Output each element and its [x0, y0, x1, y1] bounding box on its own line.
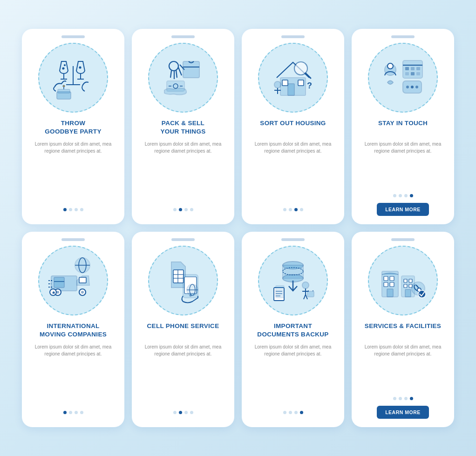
dot-0 [283, 411, 286, 414]
svg-rect-27 [282, 80, 288, 86]
dot-0 [393, 194, 396, 197]
illustration-services-facilities [368, 246, 438, 315]
card-title-throw-goodbye-party: THROWGOODBYE PARTY [45, 119, 101, 136]
svg-rect-92 [276, 286, 284, 298]
illustration-important-documents [258, 246, 328, 315]
svg-point-13 [169, 61, 178, 71]
dot-0 [393, 397, 396, 400]
dot-2 [184, 208, 188, 211]
phone-notch [61, 238, 85, 241]
dot-1 [399, 194, 402, 197]
svg-point-80 [302, 282, 309, 288]
svg-rect-104 [405, 289, 411, 297]
svg-rect-42 [416, 72, 420, 75]
pagination-dots-sort-out-housing [283, 208, 303, 211]
dot-1 [399, 397, 402, 400]
pagination-dots-stay-in-touch [393, 194, 413, 197]
svg-rect-94 [384, 276, 388, 281]
svg-rect-26 [288, 84, 294, 95]
phone-notch [61, 35, 85, 38]
card-title-stay-in-touch: STAY IN TOUCH [378, 119, 428, 136]
card-title-cell-phone-service: CELL PHONE SERVICE [147, 322, 219, 339]
phone-card-sort-out-housing: ? SORT OUT HOUSINGLorem ipsum dolor sit … [242, 29, 344, 224]
svg-rect-50 [79, 277, 86, 283]
svg-rect-101 [409, 279, 412, 282]
svg-rect-102 [404, 284, 407, 288]
dot-2 [75, 411, 78, 414]
dot-0 [283, 208, 286, 211]
svg-rect-28 [298, 80, 304, 86]
svg-point-7 [64, 65, 65, 66]
card-body-stay-in-touch: Lorem ipsum dolor sit dim amet, mea regi… [358, 141, 448, 188]
dot-3 [80, 208, 83, 211]
svg-rect-95 [390, 276, 394, 281]
svg-line-18 [170, 71, 171, 78]
card-body-services-facilities: Lorem ipsum dolor sit dim amet, mea regi… [358, 343, 448, 391]
cards-grid: THROWGOODBYE PARTYLorem ipsum dolor sit … [22, 29, 454, 427]
svg-rect-58 [54, 277, 64, 288]
card-title-sort-out-housing: SORT OUT HOUSING [260, 119, 326, 136]
phone-notch [171, 238, 195, 241]
dot-3 [190, 208, 193, 211]
dot-1 [289, 208, 292, 211]
phone-notch [391, 35, 415, 38]
svg-point-45 [411, 86, 414, 88]
svg-point-46 [415, 86, 418, 88]
phone-card-important-documents: IMPORTANTDOCUMENTS BACKUPLorem ipsum dol… [242, 232, 344, 427]
pagination-dots-pack-sell-things [173, 208, 193, 211]
svg-rect-98 [387, 289, 393, 297]
dot-1 [179, 411, 182, 414]
svg-text:★: ★ [52, 290, 56, 295]
phone-card-throw-goodbye-party: THROWGOODBYE PARTYLorem ipsum dolor sit … [22, 29, 124, 224]
svg-rect-96 [384, 282, 388, 287]
svg-point-31 [274, 81, 281, 88]
dot-3 [410, 397, 413, 400]
svg-text:?: ? [307, 81, 312, 90]
svg-rect-40 [405, 72, 409, 75]
illustration-cell-phone-service [148, 246, 218, 315]
svg-point-44 [406, 86, 409, 88]
dot-0 [173, 411, 177, 414]
illustration-stay-in-touch [368, 43, 438, 113]
svg-rect-39 [416, 67, 420, 70]
svg-point-12 [63, 85, 65, 87]
svg-rect-38 [411, 67, 415, 70]
learn-more-button-stay-in-touch[interactable]: LEARN MORE [377, 203, 429, 216]
svg-rect-97 [390, 282, 394, 287]
svg-rect-65 [173, 270, 184, 283]
svg-line-14 [176, 70, 177, 78]
card-title-international-moving: INTERNATIONALMOVING COMPANIES [40, 322, 107, 339]
learn-more-button-services-facilities[interactable]: LEARN MORE [377, 406, 429, 419]
svg-point-48 [388, 63, 393, 69]
dot-0 [173, 208, 177, 211]
svg-rect-85 [307, 291, 314, 297]
phone-notch [391, 238, 415, 241]
card-body-pack-sell-things: Lorem ipsum dolor sit dim amet, mea regi… [138, 141, 228, 202]
svg-rect-10 [58, 89, 70, 93]
dot-2 [75, 208, 78, 211]
dot-0 [63, 411, 67, 414]
svg-rect-37 [405, 67, 409, 70]
pagination-dots-services-facilities [393, 397, 413, 400]
phone-card-pack-sell-things: PACK & SELLYOUR THINGSLorem ipsum dolor … [132, 29, 234, 224]
svg-point-54 [81, 291, 84, 294]
illustration-international-moving: ★ [38, 246, 108, 315]
card-body-sort-out-housing: Lorem ipsum dolor sit dim amet, mea regi… [248, 141, 338, 202]
dot-3 [190, 411, 193, 414]
dot-3 [410, 194, 413, 197]
pagination-dots-throw-goodbye-party [63, 208, 83, 211]
card-body-cell-phone-service: Lorem ipsum dolor sit dim amet, mea regi… [138, 343, 228, 405]
dot-0 [63, 208, 67, 211]
phone-card-international-moving: ★ INTERNATIONALMOVING COMPANIESLorem ips… [22, 232, 124, 427]
illustration-throw-goodbye-party [38, 43, 108, 113]
pagination-dots-international-moving [63, 411, 83, 414]
phone-card-stay-in-touch: STAY IN TOUCHLorem ipsum dolor sit dim a… [352, 29, 454, 224]
svg-point-8 [80, 67, 81, 68]
dot-1 [179, 208, 182, 211]
card-body-throw-goodbye-party: Lorem ipsum dolor sit dim amet, mea regi… [28, 141, 118, 202]
phone-card-cell-phone-service: CELL PHONE SERVICELorem ipsum dolor sit … [132, 232, 234, 427]
svg-rect-41 [411, 72, 415, 75]
svg-rect-100 [404, 279, 407, 282]
phone-notch [171, 35, 195, 38]
card-title-services-facilities: SERVICES & FACILITIES [365, 322, 441, 339]
